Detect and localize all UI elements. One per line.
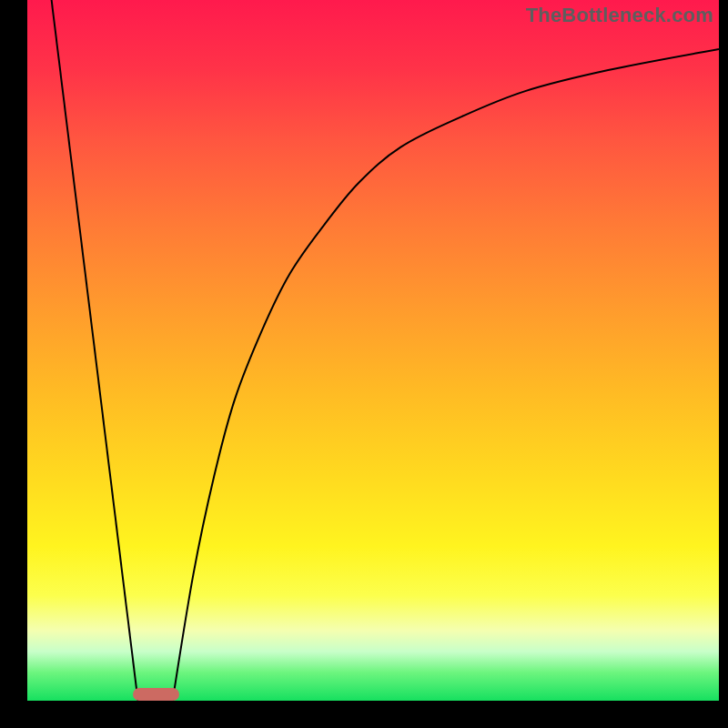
chart-lines: [27, 0, 719, 701]
ascending-curve: [173, 49, 719, 701]
chart-plot-area: TheBottleneck.com: [27, 0, 719, 701]
descending-line: [52, 0, 138, 701]
minimum-marker: [133, 688, 179, 701]
